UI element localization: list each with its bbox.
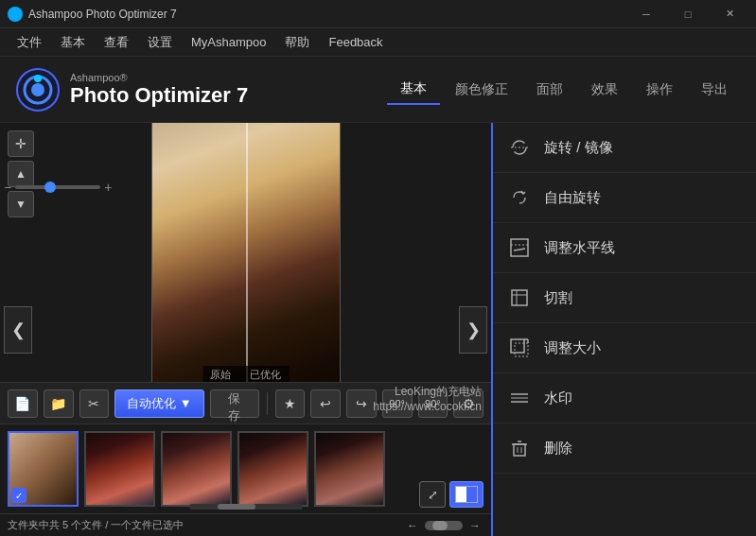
zoom-slider-container: − + <box>4 180 112 195</box>
open-folder-button[interactable]: 📁 <box>44 389 74 418</box>
header: Ashampoo® Photo Optimizer 7 基本 颜色修正 面部 效… <box>0 57 756 123</box>
logo-title: Photo Optimizer 7 <box>70 83 248 108</box>
tool-rotate-mirror[interactable]: 旋转 / 镜像 <box>493 123 756 173</box>
tool-delete[interactable]: 删除 <box>493 424 756 474</box>
filmstrip-scroll-thumb <box>218 504 255 510</box>
zoom-controls: ✛ ▲ ▼ <box>8 130 34 217</box>
svg-point-3 <box>34 75 42 82</box>
tool-crop-label: 切割 <box>544 289 572 307</box>
filmstrip-prev-button[interactable]: ← <box>404 519 421 532</box>
horizon-icon <box>508 236 531 259</box>
title-bar: Ashampoo Photo Optimizer 7 ─ □ ✕ <box>0 0 756 28</box>
nav-prev-button[interactable]: ❮ <box>4 306 32 354</box>
tool-crop[interactable]: 切割 <box>493 273 756 323</box>
tool-resize[interactable]: 调整大小 <box>493 323 756 373</box>
close-button[interactable]: ✕ <box>711 1 748 27</box>
compare-icon <box>455 486 478 503</box>
tab-basic[interactable]: 基本 <box>387 75 440 105</box>
tool-free-rotate[interactable]: 自由旋转 <box>493 173 756 223</box>
logo-container: Ashampoo® Photo Optimizer 7 <box>15 67 387 112</box>
star-button[interactable]: ★ <box>275 389 306 418</box>
menu-basic[interactable]: 基本 <box>51 30 95 55</box>
window-title: Ashampoo Photo Optimizer 7 <box>28 8 627 21</box>
tool-delete-label: 删除 <box>544 440 572 458</box>
new-file-button[interactable]: 📄 <box>8 389 38 418</box>
menu-bar: 文件 基本 查看 设置 MyAshampoo 帮助 Feedback <box>0 28 756 57</box>
tab-export[interactable]: 导出 <box>688 76 741 104</box>
bottom-right-controls: ⤢ <box>419 481 483 508</box>
tool-horizon[interactable]: 调整水平线 <box>493 223 756 273</box>
settings-button[interactable]: ⚙ <box>453 389 483 418</box>
menu-feedback[interactable]: Feedback <box>319 31 392 53</box>
menu-settings[interactable]: 设置 <box>138 30 182 55</box>
minimize-button[interactable]: ─ <box>627 1 665 27</box>
tool-resize-label: 调整大小 <box>544 339 601 357</box>
filmstrip-thumb-1[interactable]: ✓ <box>8 431 79 507</box>
filmstrip-thumb-4[interactable] <box>237 431 308 507</box>
toolbar: 📄 📁 ✂ 自动优化 ▼ 保存 ★ ↩ ↪ 90° 90° ⚙ <box>0 382 491 424</box>
watermark-icon <box>508 387 531 409</box>
filmstrip-thumb-3[interactable] <box>161 431 232 507</box>
tools-panel: 旋转 / 镜像 自由旋转 调整水平线 <box>491 123 756 536</box>
filmstrip-scrollbar[interactable] <box>189 504 303 510</box>
logo-icon <box>15 67 61 112</box>
zoom-plus-label: + <box>104 180 112 195</box>
scissors-button[interactable]: ✂ <box>79 389 110 418</box>
tool-watermark[interactable]: 水印 <box>493 373 756 424</box>
menu-help[interactable]: 帮助 <box>275 30 319 55</box>
maximize-button[interactable]: □ <box>669 1 707 27</box>
rotate-ccw-button[interactable]: 90° <box>418 389 448 418</box>
rotate-cw-button[interactable]: 90° <box>382 389 413 418</box>
svg-line-7 <box>514 249 525 251</box>
main-area: ✛ ▲ ▼ − + ❮ 原始 已优化 <box>0 123 756 536</box>
undo-button[interactable]: ↩ <box>310 389 341 418</box>
tool-free-rotate-label: 自由旋转 <box>544 189 601 207</box>
filmstrip-nav: ← → <box>404 519 483 532</box>
zoom-slider[interactable] <box>15 185 100 189</box>
logo-subtitle: Ashampoo® <box>70 72 248 83</box>
menu-view[interactable]: 查看 <box>95 30 138 55</box>
logo-text: Ashampoo® Photo Optimizer 7 <box>70 72 248 108</box>
toolbar-separator <box>267 392 268 415</box>
menu-file[interactable]: 文件 <box>8 30 51 55</box>
photo-labels: 原始 已优化 <box>202 366 289 382</box>
nav-next-button[interactable]: ❯ <box>459 306 487 354</box>
tool-horizon-label: 调整水平线 <box>544 239 615 257</box>
auto-optimize-button[interactable]: 自动优化 ▼ <box>114 389 203 418</box>
move-icon[interactable]: ✛ <box>8 130 34 157</box>
zoom-minus-label: − <box>4 180 11 195</box>
menu-myashampoo[interactable]: MyAshampoo <box>182 31 275 53</box>
svg-rect-8 <box>512 290 527 305</box>
crop-icon <box>508 286 531 309</box>
tool-rotate-mirror-label: 旋转 / 镜像 <box>544 139 613 157</box>
free-rotate-icon <box>508 186 531 209</box>
status-bar: 文件夹中共 5 个文件 / 一个文件已选中 ← → <box>0 513 491 536</box>
rotate-mirror-icon <box>508 136 531 159</box>
svg-rect-18 <box>514 444 525 456</box>
before-label: 原始 <box>210 368 231 382</box>
compare-button[interactable] <box>449 481 483 508</box>
save-button[interactable]: 保存 <box>210 389 259 418</box>
zoom-down-button[interactable]: ▼ <box>8 191 34 217</box>
filmstrip-next-button[interactable]: → <box>466 519 483 532</box>
status-text: 文件夹中共 5 个文件 / 一个文件已选中 <box>8 518 184 532</box>
window-controls: ─ □ ✕ <box>627 1 748 27</box>
image-display: 原始 已优化 <box>0 123 491 382</box>
tab-operations[interactable]: 操作 <box>633 76 686 104</box>
filmstrip-thumb-5[interactable] <box>314 431 385 507</box>
filmstrip-thumb-2[interactable] <box>84 431 155 507</box>
tool-watermark-label: 水印 <box>544 389 572 407</box>
tab-color[interactable]: 颜色修正 <box>442 76 521 104</box>
redo-button[interactable]: ↪ <box>346 389 377 418</box>
app-icon <box>8 7 23 22</box>
thumb-check-1: ✓ <box>11 488 26 503</box>
tab-face[interactable]: 面部 <box>523 76 576 104</box>
delete-icon <box>508 437 531 459</box>
image-panel: ✛ ▲ ▼ − + ❮ 原始 已优化 <box>0 123 491 536</box>
tab-effects[interactable]: 效果 <box>578 76 631 104</box>
expand-button[interactable]: ⤢ <box>419 481 446 508</box>
tabs: 基本 颜色修正 面部 效果 操作 导出 <box>387 75 741 105</box>
svg-rect-5 <box>511 239 528 256</box>
resize-icon <box>508 337 531 359</box>
main-photo: 原始 已优化 <box>151 123 341 382</box>
